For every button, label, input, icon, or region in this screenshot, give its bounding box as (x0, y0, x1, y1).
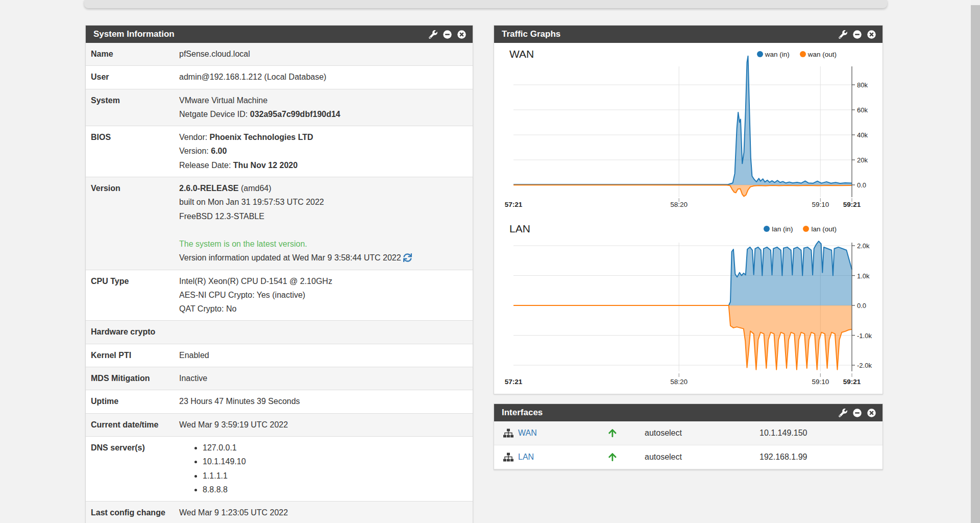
svg-text:58:20: 58:20 (670, 201, 688, 208)
svg-text:-1.0k: -1.0k (857, 332, 872, 340)
interfaces-header: Interfaces (494, 404, 883, 421)
system-information-panel: System Information NamepfSense.cloud.loc… (85, 25, 473, 523)
legend-item: wan (out) (800, 51, 837, 58)
top-content-strip (84, 0, 887, 8)
row-value (179, 321, 473, 343)
minimize-icon[interactable] (853, 30, 862, 39)
row-value: admin@192.168.1.212 (Local Database) (179, 66, 473, 88)
legend-dot (800, 51, 806, 57)
row-label: MDS Mitigation (86, 367, 179, 390)
table-row: Uptime23 Hours 47 Minutes 39 Seconds (86, 390, 473, 413)
status-up-arrow-icon (608, 453, 618, 462)
svg-text:0.0: 0.0 (857, 302, 866, 310)
table-row: Version2.6.0-RELEASE (amd64)built on Mon… (86, 177, 473, 270)
svg-text:0.0: 0.0 (857, 181, 866, 189)
system-information-header: System Information (86, 26, 473, 43)
table-row: CPU TypeIntel(R) Xeon(R) CPU D-1541 @ 2.… (86, 270, 473, 321)
lan-graph-title: LAN (509, 223, 764, 235)
table-row: Current date/timeWed Mar 9 3:59:19 UTC 2… (86, 414, 473, 437)
svg-text:59:21: 59:21 (843, 378, 861, 386)
legend-label: lan (in) (772, 225, 793, 233)
svg-text:60k: 60k (857, 106, 868, 114)
interface-link-lan[interactable]: LAN (518, 453, 534, 462)
row-value: Wed Mar 9 1:23:05 UTC 2022 (179, 502, 473, 523)
wrench-icon[interactable] (839, 30, 847, 39)
interfaces-panel: Interfaces WANautoselect10.1.149.150LANa… (494, 403, 883, 470)
wan-graph-legend: wan (in)wan (out) (757, 51, 837, 58)
row-label: Last config change (86, 502, 179, 523)
interface-row: WANautoselect10.1.149.150 (494, 421, 883, 445)
table-row: Last config changeWed Mar 9 1:23:05 UTC … (86, 502, 473, 523)
row-label: Hardware crypto (86, 321, 179, 343)
svg-text:59:10: 59:10 (812, 378, 829, 386)
list-item: 8.8.8.8 (203, 483, 468, 496)
traffic-graphs-panel: Traffic Graphs WAN wan (in)wan (out) 80k… (494, 25, 883, 394)
svg-text:-2.0k: -2.0k (857, 362, 872, 369)
close-icon[interactable] (867, 409, 876, 417)
svg-text:40k: 40k (857, 131, 868, 139)
legend-dot (803, 226, 809, 232)
lan-graph-legend: lan (in)lan (out) (764, 225, 837, 233)
panel-title: System Information (86, 29, 429, 39)
interface-row: LANautoselect192.168.1.99 (494, 445, 883, 469)
close-icon[interactable] (867, 30, 876, 39)
svg-text:1.0k: 1.0k (857, 272, 870, 280)
interface-address: 10.1.149.150 (743, 429, 883, 438)
wrench-icon[interactable] (429, 30, 437, 39)
minimize-icon[interactable] (853, 409, 862, 417)
close-icon[interactable] (457, 30, 466, 39)
row-label: Uptime (86, 390, 179, 413)
scrollbar-track[interactable] (971, 0, 980, 523)
list-item: 10.1.149.10 (203, 455, 468, 468)
svg-text:57:21: 57:21 (505, 378, 523, 386)
row-value: VMware Virtual MachineNetgate Device ID:… (179, 89, 473, 126)
row-value: Wed Mar 9 3:59:19 UTC 2022 (179, 414, 473, 436)
table-row: Kernel PTIEnabled (86, 344, 473, 367)
interface-media: autoselect (628, 453, 743, 462)
minimize-icon[interactable] (443, 30, 452, 39)
table-row: SystemVMware Virtual MachineNetgate Devi… (86, 89, 473, 127)
row-label: Version (86, 177, 179, 269)
row-label: Name (86, 43, 179, 65)
table-row: NamepfSense.cloud.local (86, 43, 473, 66)
interface-address: 192.168.1.99 (743, 453, 883, 462)
row-value: Vendor: Phoenix Technologies LTDVersion:… (179, 126, 473, 177)
row-label: DNS server(s) (86, 437, 179, 501)
list-item: 1.1.1.1 (203, 469, 468, 483)
legend-item: lan (out) (803, 225, 837, 233)
row-label: Current date/time (86, 414, 179, 436)
row-value: 2.6.0-RELEASE (amd64)built on Mon Jan 31… (179, 177, 473, 269)
legend-item: wan (in) (757, 51, 790, 58)
legend-dot (757, 51, 763, 57)
sitemap-icon (503, 428, 513, 438)
row-value: Enabled (179, 344, 473, 367)
status-up-arrow-icon (608, 429, 618, 438)
legend-label: lan (out) (811, 225, 837, 233)
row-label: CPU Type (86, 270, 179, 321)
interfaces-table: WANautoselect10.1.149.150LANautoselect19… (494, 421, 883, 469)
table-row: BIOSVendor: Phoenix Technologies LTDVers… (86, 126, 473, 177)
interface-link-wan[interactable]: WAN (518, 429, 537, 438)
traffic-graphs-header: Traffic Graphs (494, 26, 883, 43)
svg-text:2.0k: 2.0k (857, 242, 870, 250)
table-row: Hardware crypto (86, 321, 473, 344)
svg-text:57:21: 57:21 (505, 201, 523, 208)
legend-item: lan (in) (764, 225, 793, 233)
table-row: Useradmin@192.168.1.212 (Local Database) (86, 66, 473, 89)
row-label: BIOS (86, 126, 179, 177)
list-item: 127.0.0.1 (203, 441, 468, 455)
svg-text:59:10: 59:10 (812, 201, 829, 208)
legend-label: wan (in) (765, 51, 790, 58)
refresh-icon[interactable] (403, 253, 412, 262)
sitemap-icon (503, 452, 513, 462)
row-value: pfSense.cloud.local (179, 43, 473, 65)
legend-dot (764, 226, 770, 232)
scrollbar-thumb[interactable] (971, 5, 980, 523)
row-label: Kernel PTI (86, 344, 179, 367)
row-label: User (86, 66, 179, 88)
wrench-icon[interactable] (839, 409, 847, 417)
lan-traffic-chart: 2.0k1.0k0.0-1.0k-2.0k57:2158:2059:1059:2… (508, 237, 889, 391)
row-value: Intel(R) Xeon(R) CPU D-1541 @ 2.10GHzAES… (179, 270, 473, 321)
system-information-table: NamepfSense.cloud.localUseradmin@192.168… (86, 43, 473, 523)
panel-title: Traffic Graphs (494, 29, 839, 39)
